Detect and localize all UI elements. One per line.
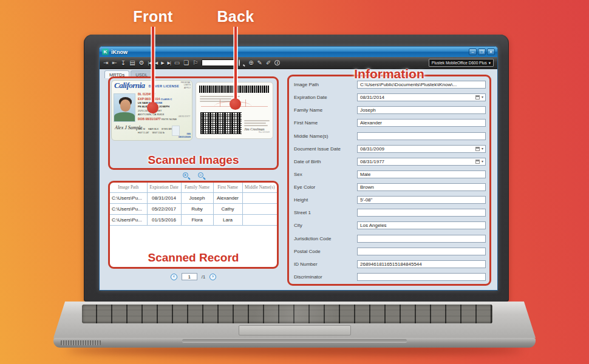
table-cell: Lara	[213, 214, 242, 225]
back-right-text: Jim Creelman Rev 02/2009	[244, 120, 270, 133]
family-name-input[interactable]	[357, 106, 486, 114]
portrait-photo	[114, 93, 135, 122]
field-label: Eye Color	[294, 184, 357, 190]
window-title: iKnow	[111, 49, 128, 55]
street1-input[interactable]	[357, 209, 486, 217]
text-line-decor	[244, 125, 268, 126]
pager: ‹ /1 ›	[108, 272, 279, 281]
column-header: Image Path	[110, 183, 147, 192]
field-label: Street 1	[294, 210, 357, 215]
table-cell: 05/22/2017	[147, 203, 181, 214]
field-label: City	[294, 223, 357, 228]
restore-button[interactable]: ❐	[478, 49, 486, 55]
latch-groove	[182, 339, 407, 342]
prev-page-button[interactable]: ‹	[171, 274, 177, 280]
back-pointer-line	[234, 27, 237, 99]
dob: DOB 08/31/1977	[138, 117, 161, 121]
calendar-icon[interactable]	[475, 95, 480, 99]
field-row: Document Issue Date	[294, 145, 486, 153]
zoom-in-button[interactable]: +	[183, 172, 189, 179]
last-name: LN SAM	[138, 101, 148, 104]
tag-icon[interactable]: ⚐	[192, 60, 198, 66]
copy-icon[interactable]: ❏	[183, 60, 189, 66]
search-icon[interactable]	[239, 60, 245, 66]
table-cell	[242, 214, 277, 225]
sex-label: SEX M	[138, 128, 145, 130]
field-label: ID Number	[294, 261, 357, 267]
delete-icon[interactable]: ▤	[129, 60, 135, 66]
postal-code-input[interactable]	[357, 248, 486, 255]
city-input[interactable]	[357, 221, 486, 229]
speaker-vents-icon	[61, 340, 101, 345]
document-issue-date-input[interactable]	[357, 145, 486, 153]
save-icon[interactable]: ↧	[121, 60, 126, 66]
information-panel: Information Image Path Expiration Date F…	[287, 75, 491, 286]
column-header: First Name	[213, 183, 242, 192]
eraser-icon[interactable]: ✐	[266, 60, 271, 66]
exp-date: EXP 08/31/2014	[138, 97, 160, 101]
pdf417-barcode	[200, 112, 242, 134]
titlebar: K iKnow – ❐ ✕	[100, 47, 497, 57]
zoom-out-button[interactable]: −	[198, 172, 205, 179]
id-number-input[interactable]	[357, 260, 486, 268]
side-date-label: 08/31/1977	[179, 115, 190, 118]
date-of-birth-input[interactable]	[357, 158, 486, 166]
info-icon[interactable]: i	[274, 60, 280, 66]
settings-gear-icon[interactable]: ⚙	[139, 60, 145, 66]
table-row[interactable]: C:\Users\Pu... 05/22/2017 Ruby Cathy	[110, 203, 277, 214]
scanner-selector[interactable]: Plustek MobileOffice D600 Plus ▾	[429, 59, 494, 67]
calendar-icon[interactable]	[475, 160, 480, 164]
last-record-icon[interactable]: ▶|	[168, 61, 171, 65]
import-icon[interactable]: ⇤	[112, 60, 117, 66]
table-row[interactable]: C:\Users\Pu... 01/15/2016 Flora Lara	[110, 214, 277, 225]
first-record-icon[interactable]: |◀	[148, 61, 151, 65]
close-button[interactable]: ✕	[487, 49, 495, 55]
laptop-front-lip	[53, 338, 536, 348]
edit-record-icon[interactable]: ✎	[257, 60, 262, 66]
license-attributes: SEX M HAIR BLK EYES BRN HGT 5'-08" WGT 1…	[138, 127, 175, 135]
eye-color-input[interactable]	[357, 183, 486, 191]
table-row[interactable]: C:\Users\Pu... 08/31/2014 Joseph Alexand…	[110, 192, 277, 203]
field-label: Date of Birth	[294, 159, 357, 164]
calendar-icon[interactable]	[475, 147, 480, 151]
next-page-button[interactable]: ›	[209, 274, 216, 280]
field-row: Date of Birth	[294, 158, 486, 166]
field-row: Street 1	[294, 209, 486, 217]
column-header: Middle Name(s)	[242, 183, 277, 192]
sex-input[interactable]	[357, 170, 486, 178]
issue-date-label: ISS 08/31/2009	[179, 132, 191, 138]
folder-icon[interactable]: ▭	[174, 60, 180, 66]
expiration-date-input[interactable]	[357, 93, 486, 101]
field-row: First Name	[294, 119, 486, 127]
field-row: Discriminator	[294, 273, 486, 281]
field-row: Sex	[294, 170, 486, 178]
app-logo-icon: K	[102, 49, 109, 55]
export-icon[interactable]: ⇥	[103, 60, 108, 66]
back-callout-label: Back	[211, 8, 260, 25]
page-number-input[interactable]	[182, 273, 197, 280]
jurisdiction-code-input[interactable]	[357, 235, 486, 243]
height-input[interactable]	[357, 196, 486, 204]
front-marker-dot	[147, 102, 158, 113]
discriminator-input[interactable]	[357, 273, 486, 281]
first-name-input[interactable]	[357, 119, 486, 127]
zoom-controls: + −	[108, 170, 279, 180]
field-label: Postal Code	[294, 249, 357, 254]
field-label: Document Issue Date	[294, 146, 357, 152]
middle-names-input[interactable]	[357, 132, 486, 140]
rstr-label: RSTR NONE	[162, 118, 177, 121]
table-cell: Flora	[181, 214, 213, 225]
target-icon[interactable]: ⊕	[248, 60, 253, 66]
portrait-face	[120, 99, 131, 112]
image-path-input[interactable]	[357, 81, 486, 89]
weight-label: WGT 150 lb	[152, 132, 165, 134]
table-cell: C:\Users\Pu...	[110, 214, 147, 225]
search-input[interactable]	[202, 59, 235, 66]
scanned-images-caption: Scanned Images	[110, 153, 277, 167]
table-cell: 08/31/2014	[147, 192, 181, 203]
next-record-icon[interactable]: ▶	[161, 61, 163, 65]
minimize-button[interactable]: –	[469, 49, 477, 55]
previous-record-icon[interactable]: ◀	[155, 61, 157, 65]
scanned-record-caption: Scanned Record	[110, 251, 277, 265]
field-label: Height	[294, 197, 357, 203]
